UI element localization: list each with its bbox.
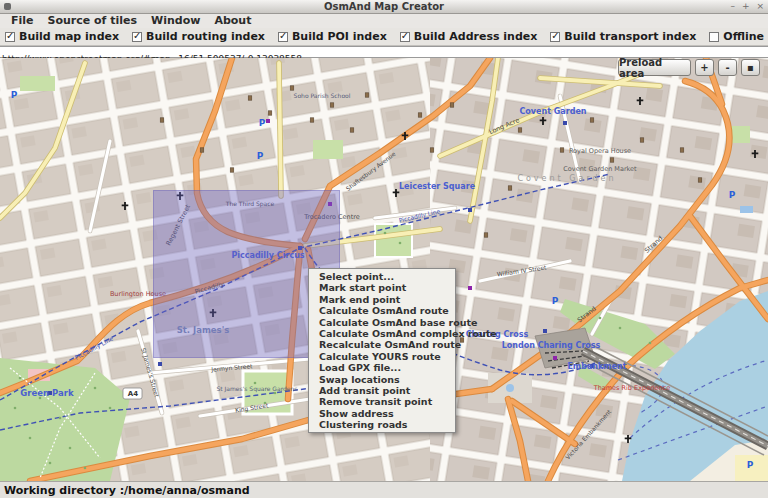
tree-icon (109, 407, 112, 410)
map-context-menu: Select point...Mark start pointMark end … (308, 268, 456, 433)
tree-icon (29, 437, 32, 440)
checkbox-build-address-index[interactable]: ✓Build Address index (400, 30, 538, 43)
checkbox-label: Build routing index (146, 30, 265, 43)
map-label: Thames Rib Experience (593, 384, 671, 392)
maximize-button[interactable]: + (742, 0, 750, 13)
tree-icon (19, 377, 22, 380)
pub-icon (484, 233, 488, 237)
tree-icon (649, 342, 652, 345)
context-menu-item-remove-transit-point[interactable]: Remove transit point (309, 396, 455, 407)
pub-icon (610, 158, 614, 162)
context-menu-item-add-transit-point[interactable]: Add transit point (309, 385, 455, 396)
map-label: Covent Garden Market (563, 165, 637, 173)
checkbox-build-map-index[interactable]: ✓Build map index (5, 30, 119, 43)
parking-icon: P (729, 190, 736, 200)
parking-icon: P (11, 90, 18, 100)
tree-icon (84, 467, 87, 470)
map-area: PPPPPPP Covent GardenLeicester SquarePic… (0, 58, 768, 481)
pub-icon (430, 148, 434, 152)
checked-checkbox-icon[interactable]: ✓ (400, 32, 410, 42)
menu-source-of-tiles[interactable]: Source of tiles (41, 14, 145, 28)
map-buttons: Preload area + - ▪ (618, 59, 760, 76)
pub-icon (590, 118, 594, 122)
checkmark-icon: ✓ (133, 30, 141, 41)
pub-icon (560, 148, 564, 152)
tube-station-icon (563, 121, 567, 125)
checkmark-icon: ✓ (279, 30, 287, 41)
checkbox-label: Build Address index (414, 30, 538, 43)
tree-icon (619, 327, 622, 330)
checkbox-label: Build map index (19, 30, 119, 43)
preload-area-button[interactable]: Preload area (618, 59, 691, 76)
map-label: Covent Garden (517, 174, 616, 183)
menu-about[interactable]: About (207, 14, 258, 28)
context-menu-item-calculate-osmand-route[interactable]: Calculate OsmAnd route (309, 305, 455, 316)
index-options-toolbar: ✓Build map index✓Build routing index✓Bui… (0, 28, 768, 46)
pub-icon (268, 111, 272, 115)
pub-icon (680, 148, 684, 152)
tree-icon (94, 387, 97, 390)
minimize-button[interactable]: – (730, 0, 735, 13)
checkmark-icon: ✓ (401, 30, 409, 41)
context-menu-item-recalculate-osmand-route[interactable]: Recalculate OsmAnd route (309, 339, 455, 350)
pub-icon (290, 86, 294, 90)
pub-icon (248, 96, 252, 100)
checkbox-offline-rendering[interactable]: Offline Rendering (709, 30, 768, 43)
pub-icon (230, 168, 234, 172)
tube-station-icon (543, 329, 547, 333)
zoom-out-button[interactable]: - (718, 59, 737, 76)
pub-icon (365, 93, 369, 97)
context-menu-item-calculate-osmand-complex-route[interactable]: Calculate OsmAnd complex route (309, 328, 455, 339)
zoom-in-button[interactable]: + (695, 59, 714, 76)
map-label: Embankment (567, 362, 626, 371)
checkbox-build-poi-index[interactable]: ✓Build POI index (278, 30, 387, 43)
context-menu-item-select-point[interactable]: Select point... (309, 271, 455, 282)
parking-icon: P (259, 118, 266, 128)
menu-file[interactable]: File (4, 14, 41, 28)
context-menu-item-show-address[interactable]: Show address (309, 408, 455, 419)
window-title: OsmAnd Map Creator (0, 0, 768, 14)
tube-station-icon (468, 208, 472, 212)
checked-checkbox-icon[interactable]: ✓ (5, 32, 15, 42)
context-menu-item-mark-start-point[interactable]: Mark start point (309, 282, 455, 293)
context-menu-item-swap-locations[interactable]: Swap locations (309, 374, 455, 385)
unchecked-checkbox-icon[interactable] (709, 32, 719, 42)
map-option-button[interactable]: ▪ (741, 59, 760, 76)
tree-icon (59, 417, 62, 420)
map-label: London Charing Cross (502, 341, 601, 350)
checkbox-build-transport-index[interactable]: ✓Build transport index (550, 30, 696, 43)
map-label: Green Park (20, 388, 74, 398)
pub-icon (450, 103, 454, 107)
map-label: St James's Square Gardens (216, 385, 297, 393)
url-bar (0, 46, 768, 58)
map-label: Soho Parish School (294, 92, 351, 99)
tube-station-icon (158, 362, 162, 366)
pub-icon (200, 148, 204, 152)
close-button[interactable]: × (756, 0, 764, 13)
title-bar: OsmAnd Map Creator – + × (0, 0, 768, 14)
checkbox-label: Offline Rendering (723, 30, 768, 43)
tree-icon (69, 447, 72, 450)
pub-icon (160, 118, 164, 122)
parking-icon: P (257, 151, 264, 161)
context-menu-item-calculate-yours-route[interactable]: Calculate YOURS route (309, 351, 455, 362)
context-menu-item-calculate-osmand-base-route[interactable]: Calculate OsmAnd base route (309, 317, 455, 328)
context-menu-item-load-gpx-file[interactable]: Load GPX file... (309, 362, 455, 373)
route-badge: A4 (128, 390, 138, 398)
checked-checkbox-icon[interactable]: ✓ (278, 32, 288, 42)
tree-icon (399, 242, 402, 245)
checkbox-label: Build transport index (564, 30, 696, 43)
checked-checkbox-icon[interactable]: ✓ (132, 32, 142, 42)
checkmark-icon: ✓ (6, 30, 14, 41)
parking-icon: P (747, 460, 754, 470)
status-text: Working directory :/home/anna/osmand (4, 484, 250, 497)
context-menu-item-mark-end-point[interactable]: Mark end point (309, 294, 455, 305)
status-bar: Working directory :/home/anna/osmand (0, 481, 768, 498)
tree-icon (254, 382, 257, 385)
map-label: Royal Opera House (569, 147, 631, 155)
context-menu-item-clustering-roads[interactable]: Clustering roads (309, 419, 455, 430)
menu-window[interactable]: Window (144, 14, 207, 28)
checked-checkbox-icon[interactable]: ✓ (550, 32, 560, 42)
window-controls: – + × (730, 0, 764, 13)
checkbox-build-routing-index[interactable]: ✓Build routing index (132, 30, 265, 43)
